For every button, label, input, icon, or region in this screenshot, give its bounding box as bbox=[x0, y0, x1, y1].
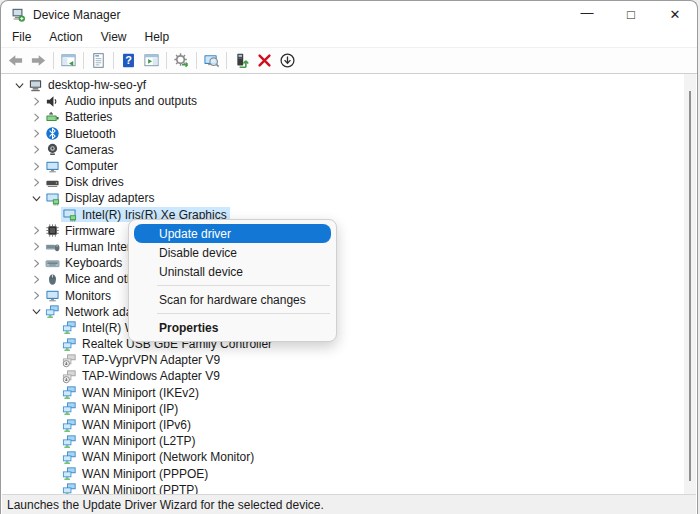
row-body[interactable]: WAN Miniport (IP) bbox=[61, 401, 181, 417]
help-button[interactable]: ? bbox=[117, 50, 140, 71]
row-body[interactable]: Monitors bbox=[44, 288, 114, 304]
row-body[interactable]: WAN Miniport (IKEv2) bbox=[61, 385, 202, 401]
close-button[interactable]: ✕ bbox=[653, 1, 697, 28]
row-body[interactable]: TAP-Windows Adapter V9 bbox=[61, 369, 223, 385]
network-icon bbox=[62, 401, 77, 416]
context-menu-item-update-driver[interactable]: Update driver bbox=[134, 224, 331, 243]
show-console-tree-button[interactable] bbox=[57, 50, 80, 71]
tree-item-label: Audio inputs and outputs bbox=[65, 94, 197, 108]
minimize-button[interactable]: — bbox=[565, 1, 609, 28]
menu-help[interactable]: Help bbox=[136, 28, 179, 47]
tree-item-tap-vyprvpn-adapter-v9[interactable]: TAP-VyprVPN Adapter V9 bbox=[2, 352, 696, 368]
tree-item-display-adapters[interactable]: Display adapters bbox=[2, 190, 696, 206]
maximize-button[interactable]: □ bbox=[609, 1, 653, 28]
row-body[interactable]: desktop-hw-seo-yf bbox=[27, 77, 149, 93]
tree-item-tap-windows-adapter-v9[interactable]: TAP-Windows Adapter V9 bbox=[2, 368, 696, 384]
toolbar: ? bbox=[1, 48, 697, 74]
context-menu-item-label: Update driver bbox=[159, 227, 231, 241]
tree-item-wan-miniport-pppoe[interactable]: WAN Miniport (PPPOE) bbox=[2, 466, 696, 482]
chevron-right-icon[interactable] bbox=[29, 256, 44, 271]
disable-device-icon bbox=[279, 52, 296, 69]
row-body[interactable]: Cameras bbox=[44, 142, 117, 158]
row-body[interactable]: Display adapters bbox=[44, 191, 157, 207]
action-pane-button[interactable] bbox=[140, 50, 163, 71]
tree-item-wan-miniport-pptp[interactable]: WAN Miniport (PPTP) bbox=[2, 482, 696, 494]
tree-item-human-interface-devices[interactable]: Human Interface Devices bbox=[2, 239, 696, 255]
chevron-spacer bbox=[46, 434, 61, 449]
row-body[interactable]: Computer bbox=[44, 158, 121, 174]
tree-item-firmware[interactable]: Firmware bbox=[2, 223, 696, 239]
chevron-spacer bbox=[46, 320, 61, 335]
chevron-down-icon[interactable] bbox=[29, 191, 44, 206]
vertical-scrollbar[interactable] bbox=[684, 74, 696, 494]
disable-device-button[interactable] bbox=[276, 50, 299, 71]
row-body[interactable]: TAP-VyprVPN Adapter V9 bbox=[61, 353, 223, 369]
chevron-right-icon[interactable] bbox=[29, 94, 44, 109]
chevron-right-icon[interactable] bbox=[29, 239, 44, 254]
chevron-down-icon[interactable] bbox=[29, 304, 44, 319]
chevron-right-icon[interactable] bbox=[29, 142, 44, 157]
chevron-right-icon[interactable] bbox=[29, 126, 44, 141]
tree-item-network-adapters[interactable]: Network adapters bbox=[2, 304, 696, 320]
row-body[interactable]: WAN Miniport (L2TP) bbox=[61, 433, 199, 449]
chevron-right-icon[interactable] bbox=[29, 110, 44, 125]
keyboard-icon bbox=[45, 256, 60, 271]
row-body[interactable]: WAN Miniport (PPPOE) bbox=[61, 466, 211, 482]
menu-view[interactable]: View bbox=[92, 28, 136, 47]
tree-item-wan-miniport-ip[interactable]: WAN Miniport (IP) bbox=[2, 401, 696, 417]
forward-button[interactable] bbox=[27, 50, 50, 71]
row-body[interactable]: Bluetooth bbox=[44, 126, 119, 142]
context-menu-item-scan-for-hardware-changes[interactable]: Scan for hardware changes bbox=[134, 290, 331, 309]
status-text: Launches the Update Driver Wizard for th… bbox=[7, 498, 324, 512]
row-body[interactable]: WAN Miniport (Network Monitor) bbox=[61, 450, 257, 466]
tree-item-computer[interactable]: Computer bbox=[2, 158, 696, 174]
search-devices-button[interactable] bbox=[200, 50, 223, 71]
tree-item-realtek-usb-gbe-family-controller[interactable]: Realtek USB GbE Family Controller bbox=[2, 336, 696, 352]
tree-item-desktop-hw-seo-yf[interactable]: desktop-hw-seo-yf bbox=[2, 77, 696, 93]
back-button[interactable] bbox=[4, 50, 27, 71]
update-driver-button[interactable] bbox=[230, 50, 253, 71]
tree-item-monitors[interactable]: Monitors bbox=[2, 287, 696, 303]
tree-item-wan-miniport-l2tp[interactable]: WAN Miniport (L2TP) bbox=[2, 433, 696, 449]
tree-item-wan-miniport-network-monitor[interactable]: WAN Miniport (Network Monitor) bbox=[2, 449, 696, 465]
tree-item-label: WAN Miniport (IP) bbox=[82, 402, 178, 416]
context-menu-item-label: Uninstall device bbox=[159, 265, 243, 279]
row-body[interactable]: WAN Miniport (IPv6) bbox=[61, 417, 194, 433]
tree-item-keyboards[interactable]: Keyboards bbox=[2, 255, 696, 271]
properties-button[interactable] bbox=[87, 50, 110, 71]
chevron-right-icon[interactable] bbox=[29, 272, 44, 287]
tree-item-wan-miniport-ipv6[interactable]: WAN Miniport (IPv6) bbox=[2, 417, 696, 433]
toolbar-separator bbox=[83, 52, 84, 69]
scan-hardware-button[interactable] bbox=[170, 50, 193, 71]
menu-action[interactable]: Action bbox=[40, 28, 91, 47]
chevron-right-icon[interactable] bbox=[29, 223, 44, 238]
tree-item-wan-miniport-ikev2[interactable]: WAN Miniport (IKEv2) bbox=[2, 385, 696, 401]
tree-item-batteries[interactable]: Batteries bbox=[2, 109, 696, 125]
context-menu-item-properties[interactable]: Properties bbox=[134, 318, 331, 337]
tree-item-disk-drives[interactable]: Disk drives bbox=[2, 174, 696, 190]
row-body[interactable]: Firmware bbox=[44, 223, 118, 239]
row-body[interactable]: Disk drives bbox=[44, 174, 127, 190]
tree-item-label: Disk drives bbox=[65, 175, 124, 189]
tree-item-intel-r-wi[interactable]: Intel(R) Wi bbox=[2, 320, 696, 336]
context-menu-item-uninstall-device[interactable]: Uninstall device bbox=[134, 262, 331, 281]
row-body[interactable]: Batteries bbox=[44, 110, 115, 126]
chevron-right-icon[interactable] bbox=[29, 159, 44, 174]
row-body[interactable]: Keyboards bbox=[44, 255, 125, 271]
chevron-right-icon[interactable] bbox=[29, 175, 44, 190]
tree-item-audio-inputs-and-outputs[interactable]: Audio inputs and outputs bbox=[2, 93, 696, 109]
network-disabled-icon bbox=[62, 369, 77, 384]
chevron-spacer bbox=[46, 418, 61, 433]
tree-item-mice-and-other-pointing-devices[interactable]: Mice and other pointing devices bbox=[2, 271, 696, 287]
tree-item-bluetooth[interactable]: Bluetooth bbox=[2, 126, 696, 142]
chevron-down-icon[interactable] bbox=[12, 78, 27, 93]
tree-item-intel-r-iris-r-xe-graphics[interactable]: Intel(R) Iris(R) Xe Graphics bbox=[2, 207, 696, 223]
menu-file[interactable]: File bbox=[3, 28, 40, 47]
row-body[interactable]: WAN Miniport (PPTP) bbox=[61, 482, 201, 494]
context-menu-item-disable-device[interactable]: Disable device bbox=[134, 243, 331, 262]
uninstall-device-button[interactable] bbox=[253, 50, 276, 71]
chevron-right-icon[interactable] bbox=[29, 288, 44, 303]
tree-item-cameras[interactable]: Cameras bbox=[2, 142, 696, 158]
row-body[interactable]: Audio inputs and outputs bbox=[44, 94, 200, 110]
scrollbar-thumb[interactable] bbox=[689, 91, 691, 481]
